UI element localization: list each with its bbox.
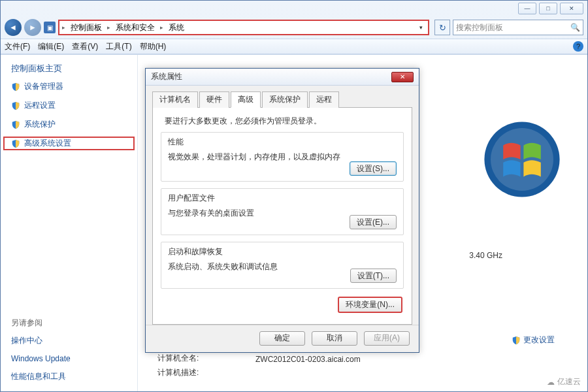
environment-variables-button[interactable]: 环境变量(N)... xyxy=(338,297,402,313)
menubar: 文件(F) 编辑(E) 查看(V) 工具(T) 帮助(H) ? xyxy=(1,39,587,54)
sidebar-item-label: 远程设置 xyxy=(24,100,56,111)
computer-desc-label: 计算机描述: xyxy=(157,367,199,378)
see-also-performance[interactable]: 性能信息和工具 xyxy=(1,370,137,384)
ok-button[interactable]: 确定 xyxy=(259,331,305,346)
computer-full-name-label: 计算机全名: xyxy=(157,353,199,364)
chevron-right-icon: ▸ xyxy=(160,24,163,31)
sidebar-item-label: 系统保护 xyxy=(24,119,56,130)
tab-remote[interactable]: 远程 xyxy=(309,91,339,108)
sidebar-item-device-manager[interactable]: 设备管理器 xyxy=(1,80,137,93)
startup-settings-button[interactable]: 设置(T)... xyxy=(350,269,397,283)
group-title: 启动和故障恢复 xyxy=(168,246,397,257)
sidebar-item-label: 设备管理器 xyxy=(24,81,63,92)
search-placeholder: 搜索控制面板 xyxy=(456,22,503,33)
menu-edit[interactable]: 编辑(E) xyxy=(38,41,64,52)
group-user-profiles: 用户配置文件 与您登录有关的桌面设置 设置(E)... xyxy=(161,188,404,235)
env-row: 环境变量(N)... xyxy=(161,295,404,313)
apply-button[interactable]: 应用(A) xyxy=(364,331,410,346)
dialog-actions: 确定 取消 应用(A) xyxy=(146,325,419,351)
chevron-right-icon: ▸ xyxy=(107,24,110,31)
group-title: 用户配置文件 xyxy=(168,193,397,204)
menu-tools[interactable]: 工具(T) xyxy=(106,41,131,52)
crumb-control-panel[interactable]: 控制面板 xyxy=(68,22,105,33)
tab-advanced[interactable]: 高级 xyxy=(231,91,261,108)
tab-panel-advanced: 要进行大多数更改，您必须作为管理员登录。 性能 视觉效果，处理器计划，内存使用，… xyxy=(152,108,412,325)
menu-help[interactable]: 帮助(H) xyxy=(140,41,167,52)
sidebar-item-protection[interactable]: 系统保护 xyxy=(1,118,137,131)
maximize-button[interactable]: □ xyxy=(539,3,557,14)
cpu-ghz: 3.40 GHz xyxy=(469,251,502,260)
sidebar-item-advanced[interactable]: 高级系统设置 xyxy=(3,137,135,150)
cloud-icon: ☁ xyxy=(547,378,555,387)
breadcrumb[interactable]: ▸ 控制面板 ▸ 系统和安全 ▸ 系统 ▾ xyxy=(58,20,429,35)
tab-strip: 计算机名 硬件 高级 系统保护 远程 xyxy=(152,91,412,108)
forward-button[interactable]: ► xyxy=(24,19,41,36)
cancel-button[interactable]: 取消 xyxy=(312,331,357,346)
group-performance: 性能 视觉效果，处理器计划，内存使用，以及虚拟内存 设置(S)... xyxy=(161,132,404,182)
windows-logo-icon xyxy=(483,120,561,199)
profiles-settings-button[interactable]: 设置(E)... xyxy=(350,215,397,229)
dialog-close-button[interactable]: ✕ xyxy=(391,72,414,82)
search-input[interactable]: 搜索控制面板 🔍 xyxy=(453,20,583,35)
see-also-title: 另请参阅 xyxy=(1,318,137,329)
sidebar-item-label: 高级系统设置 xyxy=(24,138,71,149)
tab-system-protection[interactable]: 系统保护 xyxy=(262,91,308,108)
system-properties-dialog: 系统属性 ✕ 计算机名 硬件 高级 系统保护 远程 要进行大多数更改，您必须作为… xyxy=(145,68,419,353)
navigation-bar: ◄ ► ▣ ▸ 控制面板 ▸ 系统和安全 ▸ 系统 ▾ ↻ 搜索控制面板 🔍 xyxy=(1,16,587,39)
help-icon[interactable]: ? xyxy=(573,41,583,52)
menu-view[interactable]: 查看(V) xyxy=(72,41,98,52)
crumb-system[interactable]: 系统 xyxy=(166,22,187,33)
titlebar: — □ ✕ xyxy=(1,1,587,16)
computer-full-name-value: ZWC2012C01-0203.aicai.com xyxy=(255,355,361,364)
system-icon: ▣ xyxy=(44,22,56,33)
sidebar-item-remote[interactable]: 远程设置 xyxy=(1,99,137,112)
close-button[interactable]: ✕ xyxy=(560,3,583,14)
tab-computer-name[interactable]: 计算机名 xyxy=(152,91,198,108)
change-settings-link[interactable]: 更改设置 xyxy=(512,335,555,346)
admin-note: 要进行大多数更改，您必须作为管理员登录。 xyxy=(165,116,404,127)
dialog-title: 系统属性 xyxy=(151,71,182,82)
sidebar: 控制面板主页 设备管理器 远程设置 系统保护 高级系统设置 另请参阅 操作中心 … xyxy=(1,55,138,391)
change-settings-label: 更改设置 xyxy=(523,335,555,346)
search-icon: 🔍 xyxy=(570,23,580,32)
tab-hardware[interactable]: 硬件 xyxy=(199,91,229,108)
shield-icon xyxy=(512,336,521,345)
group-title: 性能 xyxy=(168,137,397,148)
chevron-right-icon: ▸ xyxy=(62,24,65,31)
menu-file[interactable]: 文件(F) xyxy=(5,41,30,52)
watermark: ☁ 亿速云 xyxy=(547,376,581,387)
refresh-button[interactable]: ↻ xyxy=(434,20,450,35)
shield-icon xyxy=(11,139,20,148)
minimize-button[interactable]: — xyxy=(518,3,536,14)
sidebar-home[interactable]: 控制面板主页 xyxy=(1,63,137,74)
shield-icon xyxy=(11,101,20,110)
dialog-titlebar[interactable]: 系统属性 ✕ xyxy=(146,69,419,86)
see-also-windows-update[interactable]: Windows Update xyxy=(1,353,137,365)
group-startup-recovery: 启动和故障恢复 系统启动、系统失败和调试信息 设置(T)... xyxy=(161,242,404,289)
svg-point-1 xyxy=(491,128,553,191)
performance-settings-button[interactable]: 设置(S)... xyxy=(350,161,397,176)
breadcrumb-dropdown[interactable]: ▾ xyxy=(417,24,425,31)
back-button[interactable]: ◄ xyxy=(5,19,22,36)
dialog-body: 计算机名 硬件 高级 系统保护 远程 要进行大多数更改，您必须作为管理员登录。 … xyxy=(146,86,419,325)
see-also-action-center[interactable]: 操作中心 xyxy=(1,334,137,348)
shield-icon xyxy=(11,120,20,129)
crumb-system-security[interactable]: 系统和安全 xyxy=(113,22,157,33)
shield-icon xyxy=(11,82,20,91)
